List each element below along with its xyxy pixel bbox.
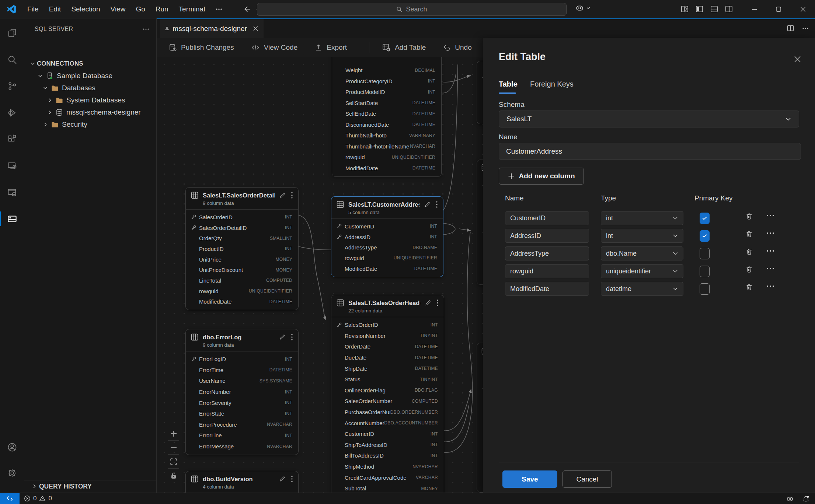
column-more-actions-icon[interactable] [766, 267, 775, 270]
menu-run[interactable]: Run [150, 3, 174, 15]
table-column-row[interactable]: ErrorTime DATETIME [186, 365, 298, 376]
table-column-row[interactable]: Status TINYINT [331, 374, 444, 385]
table-column-row[interactable]: SellStartDate DATETIME [332, 98, 441, 109]
copilot-status-icon[interactable] [786, 495, 794, 503]
table-more-actions-icon[interactable] [436, 201, 438, 208]
table-column-row[interactable]: SalesOrderID INT [186, 212, 298, 223]
table-column-row[interactable]: ErrorMessage NVARCHAR [186, 441, 298, 452]
column-type-dropdown[interactable]: datetime [601, 282, 683, 296]
column-name-input[interactable] [505, 282, 589, 296]
lock-canvas-icon[interactable] [167, 469, 181, 482]
table-column-row[interactable]: ThumbnailPhotoFileName NVARCHAR [332, 141, 441, 152]
table-column-row[interactable]: ProductModelID INT [332, 87, 441, 98]
table-column-row[interactable]: UnitPriceDiscount MONEY [186, 265, 298, 275]
table-column-row[interactable]: Weight DECIMAL [332, 65, 441, 76]
table-column-row[interactable]: ShipDate DATETIME [331, 363, 444, 374]
primary-key-checkbox[interactable] [700, 266, 710, 277]
delete-column-trash-icon[interactable] [745, 248, 753, 256]
database-projects-icon[interactable] [0, 181, 24, 204]
table-column-row[interactable]: AddressType DBO.NAME [331, 242, 443, 253]
column-name-input[interactable] [505, 264, 589, 278]
tab-table[interactable]: Table [499, 80, 518, 88]
edit-table-pencil-icon[interactable] [279, 192, 286, 199]
column-more-actions-icon[interactable] [766, 214, 775, 217]
table-column-row[interactable]: ShipMethod NVARCHAR [331, 461, 444, 472]
toggle-secondary-sidebar-icon[interactable] [725, 5, 733, 13]
table-column-row[interactable]: OrderQty SMALLINT [186, 233, 298, 244]
table-column-row[interactable]: CreditCardApprovalCode VARCHAR [331, 472, 444, 483]
sql-server-view-icon[interactable] [0, 207, 24, 231]
column-type-dropdown[interactable]: uniqueidentifier [601, 264, 683, 278]
schema-table-card[interactable]: SalesLT.SalesOrderDetail 9 column dataSa… [185, 187, 299, 310]
menu-terminal[interactable]: Terminal [174, 3, 210, 15]
customize-layout-icon[interactable] [680, 5, 689, 13]
table-card-header[interactable]: SalesLT.CustomerAddress 5 column data [331, 197, 443, 219]
tab-foreign-keys[interactable]: Foreign Keys [530, 80, 574, 88]
table-column-row[interactable]: ModifiedDate DATETIME [332, 163, 441, 174]
table-column-row[interactable]: AccountNumber DBO.ACCOUNTNUMBER [331, 417, 444, 428]
delete-column-trash-icon[interactable] [745, 213, 753, 220]
table-card-header[interactable]: SalesLT.SalesOrderHeader 22 column data [331, 295, 444, 317]
window-close-icon[interactable] [791, 0, 815, 18]
problems-status[interactable]: 0 0 [24, 495, 52, 502]
schema-table-card[interactable]: Weight DECIMALProductCategoryID INTProdu… [332, 57, 442, 177]
sidebar-item-mssql-schema-designer[interactable]: mssql-schema-designer [24, 106, 156, 118]
table-card-header[interactable]: dbo.ErrorLog 9 column data [186, 329, 298, 351]
edit-table-pencil-icon[interactable] [279, 476, 286, 482]
sidebar-item-sample-database[interactable]: Sample Database [24, 70, 156, 82]
window-maximize-icon[interactable] [766, 0, 791, 18]
column-name-input[interactable] [505, 229, 589, 243]
schema-table-card[interactable]: dbo.ErrorLog 9 column dataErrorLogID INT… [185, 329, 299, 455]
table-column-row[interactable]: UnitPrice MONEY [186, 254, 298, 265]
tab-close-icon[interactable] [253, 26, 258, 31]
add-new-column-button[interactable]: Add new column [499, 168, 584, 185]
table-column-row[interactable]: ProductID INT [186, 244, 298, 254]
table-column-row[interactable]: UserName SYS.SYSNAME [186, 375, 298, 386]
export-button[interactable]: Export [314, 43, 347, 52]
split-editor-icon[interactable] [787, 24, 794, 32]
column-more-actions-icon[interactable] [766, 249, 775, 252]
zoom-in-icon[interactable] [167, 427, 181, 440]
table-column-row[interactable]: ErrorSeverity INT [186, 397, 298, 408]
table-column-row[interactable]: ShipToAddressID INT [331, 440, 444, 451]
table-name-input[interactable] [499, 143, 801, 160]
table-more-actions-icon[interactable] [291, 192, 293, 199]
explorer-icon[interactable] [0, 21, 24, 45]
schema-table-card[interactable]: dbo.BuildVersion 4 column data [185, 471, 299, 493]
column-type-dropdown[interactable]: dbo.Name [601, 246, 683, 260]
table-card-header[interactable]: SalesLT.SalesOrderDetail 9 column data [186, 188, 298, 210]
delete-column-trash-icon[interactable] [745, 266, 753, 273]
table-column-row[interactable]: ErrorLogID INT [186, 354, 298, 365]
panel-close-icon[interactable] [792, 53, 803, 64]
table-more-actions-icon[interactable] [291, 475, 293, 483]
schema-table-card[interactable]: SalesLT.SalesOrderHeader 22 column dataS… [331, 295, 444, 493]
copilot-menu-button[interactable] [575, 3, 591, 13]
table-column-row[interactable]: ErrorState INT [186, 408, 298, 419]
table-more-actions-icon[interactable] [436, 299, 439, 307]
window-minimize-icon[interactable] [742, 0, 766, 18]
table-column-row[interactable]: PurchaseOrderNumber DBO.ORDERNUMBER [331, 407, 444, 418]
table-column-row[interactable]: RevisionNumber TINYINT [331, 330, 444, 342]
table-column-row[interactable]: ErrorNumber INT [186, 386, 298, 398]
table-column-row[interactable]: OnlineOrderFlag DBO.FLAG [331, 385, 444, 396]
sidebar-item-databases[interactable]: Databases [24, 82, 156, 94]
source-control-icon[interactable] [0, 74, 24, 98]
primary-key-checkbox[interactable] [700, 248, 710, 259]
menu-view[interactable]: View [105, 3, 131, 15]
table-column-row[interactable]: CustomerID INT [331, 428, 444, 440]
toggle-panel-icon[interactable] [710, 5, 718, 13]
table-column-row[interactable]: rowguid UNIQUEIDENTIFIER [332, 152, 441, 163]
back-arrow-icon[interactable] [243, 5, 251, 13]
table-column-row[interactable]: SellEndDate DATETIME [332, 108, 441, 119]
schema-dropdown[interactable]: SalesLT [499, 111, 799, 127]
toggle-primary-sidebar-icon[interactable] [695, 5, 704, 13]
table-column-row[interactable]: rowguid UNIQUEIDENTIFIER [331, 253, 443, 263]
table-more-actions-icon[interactable] [291, 333, 293, 341]
table-column-row[interactable]: CustomerID INT [331, 221, 443, 232]
query-history-section[interactable]: QUERY HISTORY [24, 480, 156, 492]
column-name-input[interactable] [505, 246, 589, 260]
column-type-dropdown[interactable]: int [601, 229, 683, 243]
sidebar-item-connections[interactable]: CONNECTIONS [24, 57, 156, 70]
undo-button[interactable]: Undo [443, 43, 471, 52]
menu-selection[interactable]: Selection [66, 3, 105, 15]
